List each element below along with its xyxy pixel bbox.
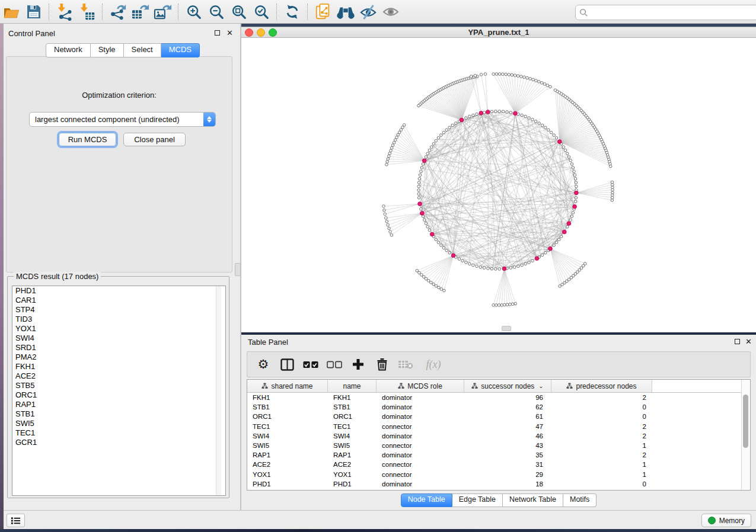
table-cell: 2 (551, 423, 652, 430)
list-item[interactable]: TID3 (12, 315, 225, 324)
table-row[interactable]: ACE2ACE2connector311 (247, 460, 750, 469)
zoom-out-button[interactable] (206, 2, 227, 21)
column-label: name (343, 382, 361, 390)
tab-network-table[interactable]: Network Table (503, 493, 563, 507)
zoom-in-button[interactable] (184, 2, 204, 21)
export-table-icon (131, 3, 150, 21)
list-item[interactable]: STB5 (12, 381, 225, 390)
select-all-columns-button[interactable] (303, 357, 318, 372)
save-session-button[interactable] (24, 2, 44, 21)
tab-select[interactable]: Select (124, 43, 161, 57)
mcds-result-group: MCDS result (17 nodes) PHD1CAR1STP4TID3Y… (7, 276, 229, 498)
list-item[interactable]: RAP1 (12, 400, 225, 409)
list-item[interactable]: PMA2 (12, 352, 225, 362)
table-row[interactable]: YOX1YOX1connector291 (247, 470, 750, 479)
column-header-name[interactable]: name (328, 380, 377, 392)
float-table-panel-icon[interactable] (735, 339, 740, 344)
column-layout-button[interactable] (279, 357, 295, 372)
column-type-icon (471, 383, 478, 389)
list-item[interactable]: SWI4 (12, 334, 225, 343)
column-label: predecessor nodes (576, 382, 636, 390)
list-item[interactable]: YOX1 (12, 324, 225, 334)
list-item[interactable]: GCR1 (12, 438, 225, 447)
table-row[interactable]: TEC1TEC1connector472 (247, 422, 750, 431)
tab-mcds[interactable]: MCDS (161, 43, 200, 57)
column-header-mcds-role[interactable]: MCDS role (377, 380, 464, 392)
list-item[interactable]: TEC1 (12, 428, 225, 438)
vertical-divider-handle[interactable] (235, 263, 241, 276)
open-file-button[interactable] (1, 2, 21, 21)
search-network-button[interactable] (336, 2, 356, 21)
show-all-button[interactable] (381, 2, 401, 21)
list-item[interactable]: CAR1 (12, 296, 225, 305)
close-table-panel-icon[interactable]: ✕ (745, 339, 752, 345)
list-item[interactable]: STP4 (12, 305, 225, 315)
close-panel-button[interactable]: Close panel (123, 133, 186, 146)
table-row[interactable]: SWI4SWI4dominator462 (247, 431, 750, 441)
function-builder-button[interactable]: f(x) (422, 357, 445, 372)
tab-edge-table[interactable]: Edge Table (452, 493, 503, 507)
network-canvas[interactable] (241, 38, 756, 332)
delete-table-button[interactable] (398, 357, 413, 372)
table-scrollbar[interactable] (741, 380, 750, 490)
eye-icon (382, 5, 400, 19)
tab-style[interactable]: Style (91, 43, 124, 57)
table-row[interactable]: ORC1ORC1dominator610 (247, 412, 750, 421)
list-icon (11, 517, 21, 525)
list-item[interactable]: ACE2 (12, 371, 225, 381)
table-scrollbar-thumb[interactable] (743, 395, 748, 448)
table-header-row: shared namenameMCDS rolesuccessor nodes⌄… (247, 380, 750, 393)
select-all-checkboxes-icon (303, 361, 318, 368)
list-item[interactable]: STB1 (12, 409, 225, 419)
tab-motifs[interactable]: Motifs (563, 493, 596, 507)
refresh-button[interactable] (282, 2, 302, 21)
export-web-document-button[interactable] (313, 2, 333, 21)
list-item[interactable]: PHD1 (12, 286, 225, 296)
run-mcds-button[interactable]: Run MCDS (59, 133, 116, 146)
dropdown-stepper-icon (203, 112, 215, 127)
import-network-icon (56, 3, 74, 21)
column-header-shared-name[interactable]: shared name (247, 380, 328, 392)
export-table-button[interactable] (130, 2, 151, 21)
table-row[interactable]: RAP1RAP1dominator352 (247, 450, 750, 460)
column-header-successor-nodes[interactable]: successor nodes⌄ (464, 380, 551, 392)
export-network-button[interactable] (108, 2, 128, 21)
unselect-all-columns-button[interactable] (327, 357, 342, 372)
table-row[interactable]: PHD1PHD1dominator180 (247, 479, 750, 489)
mcds-result-list[interactable]: PHD1CAR1STP4TID3YOX1SWI4SRD1PMA2FKH1ACE2… (12, 286, 226, 496)
zoom-fit-button[interactable] (229, 2, 249, 21)
delete-column-button[interactable] (374, 357, 390, 372)
column-header-predecessor-nodes[interactable]: predecessor nodes (551, 380, 652, 392)
float-panel-icon[interactable] (215, 30, 220, 36)
table-cell: 62 (464, 403, 551, 411)
search-input[interactable] (588, 6, 755, 19)
memory-button[interactable]: Memory (701, 514, 751, 527)
table-row[interactable]: STB1STB1dominator620 (247, 402, 750, 412)
list-item[interactable]: ORC1 (12, 390, 225, 400)
table-cell: SWI4 (328, 432, 377, 440)
result-scrollbar[interactable] (216, 286, 221, 495)
table-cell: 2 (551, 432, 652, 440)
network-window-titlebar[interactable]: YPA_prune.txt_1 (241, 27, 756, 38)
list-item[interactable]: SWI5 (12, 419, 225, 428)
add-column-button[interactable] (350, 357, 366, 372)
import-table-button[interactable] (77, 2, 97, 21)
panel-menu-button[interactable] (7, 514, 25, 527)
table-row[interactable]: SWI5SWI5connector431 (247, 441, 750, 450)
list-item[interactable]: FKH1 (12, 362, 225, 371)
hide-selected-button[interactable] (358, 2, 378, 21)
export-image-button[interactable] (153, 2, 173, 21)
tab-node-table[interactable]: Node Table (401, 493, 452, 507)
optimization-criterion-select[interactable]: largest connected component (undirected) (29, 112, 216, 127)
optimization-criterion-label: Optimization criterion: (7, 91, 232, 100)
table-settings-button[interactable]: ⚙ (256, 357, 271, 372)
list-item[interactable]: SRD1 (12, 343, 225, 352)
horizontal-divider-handle[interactable] (502, 326, 511, 331)
control-panel-title: Control Panel (8, 29, 55, 38)
table-row[interactable]: FKH1FKH1dominator962 (247, 393, 750, 402)
tab-network[interactable]: Network (46, 43, 91, 57)
import-network-button[interactable] (55, 2, 75, 21)
zoom-selected-button[interactable] (251, 2, 272, 21)
close-panel-icon[interactable]: ✕ (227, 30, 233, 36)
search-field[interactable] (575, 5, 756, 20)
